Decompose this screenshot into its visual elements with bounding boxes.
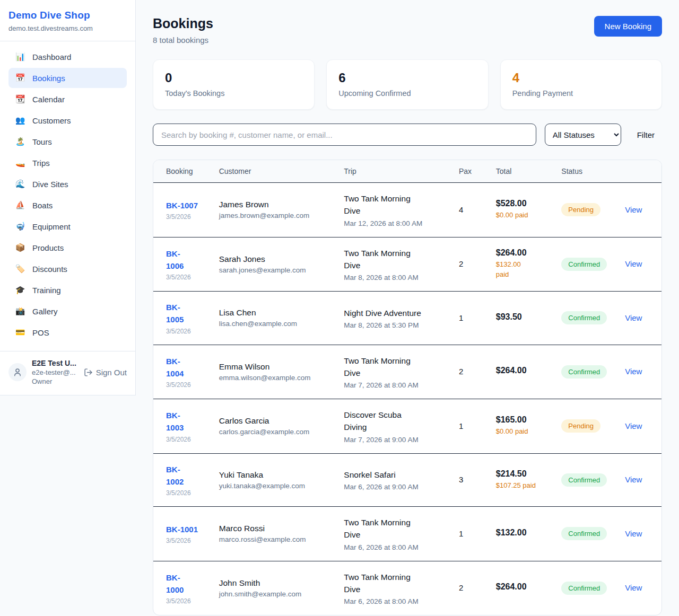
stat-value: 4	[512, 71, 650, 85]
user-info: E2E Test U... e2e-tester@... Owner	[32, 359, 79, 385]
wave-icon: 🌊	[15, 179, 25, 189]
sidebar-item-label: Boats	[32, 201, 53, 210]
sidebar-item-dive-sites[interactable]: 🌊 Dive Sites	[8, 174, 127, 194]
table-row: BK-1001 3/5/2026 Marco Rossi marco.rossi…	[153, 507, 661, 561]
calendar-icon: 📅	[15, 73, 25, 83]
stat-value: 6	[338, 71, 476, 85]
sidebar-item-tours[interactable]: 🏝️ Tours	[8, 131, 127, 152]
stat-card-upcoming-confirmed: 6 Upcoming Confirmed	[326, 59, 488, 110]
sidebar-item-discounts[interactable]: 🏷️ Discounts	[8, 259, 127, 279]
sidebar-item-training[interactable]: 🎓 Training	[8, 280, 127, 300]
total-amount: $165.00	[496, 415, 549, 425]
trip-datetime: Mar 8, 2026 at 8:00 AM	[344, 274, 446, 281]
booking-id-link[interactable]: BK- 1002	[166, 463, 184, 488]
view-link[interactable]: View	[625, 583, 642, 592]
page-subtitle: 8 total bookings	[153, 36, 213, 45]
status-badge: Confirmed	[561, 258, 607, 271]
paid-amount: $132.00 paid	[496, 260, 549, 280]
view-link[interactable]: View	[625, 313, 642, 322]
avatar	[8, 363, 27, 381]
booking-id-link[interactable]: BK-1007	[166, 199, 198, 212]
sidebar-item-label: Products	[32, 243, 64, 252]
sidebar-item-trips[interactable]: 🚤 Trips	[8, 153, 127, 173]
status-filter-select[interactable]: All Statuses	[545, 124, 621, 146]
tag-icon: 🏷️	[15, 264, 25, 274]
trip-name: Two Tank Morning Dive	[344, 247, 446, 272]
brand-name: Demo Dive Shop	[8, 10, 127, 21]
sidebar-item-label: Tours	[32, 137, 52, 146]
view-link[interactable]: View	[625, 259, 642, 268]
brand-block: Demo Dive Shop demo.test.divestreams.com	[0, 0, 135, 41]
status-badge: Confirmed	[561, 582, 607, 595]
dive-mask-icon: 🤿	[15, 222, 25, 231]
page-title: Bookings	[153, 16, 213, 31]
view-link[interactable]: View	[625, 529, 642, 538]
sidebar-item-equipment[interactable]: 🤿 Equipment	[8, 216, 127, 236]
sidebar: Demo Dive Shop demo.test.divestreams.com…	[0, 0, 136, 395]
total-amount: $264.00	[496, 582, 549, 592]
sidebar-item-dashboard[interactable]: 📊 Dashboard	[8, 47, 127, 67]
customer-name: Marco Rossi	[219, 524, 332, 533]
user-email: e2e-tester@...	[32, 368, 79, 376]
pax-count: 3	[459, 475, 463, 484]
trip-datetime: Mar 7, 2026 at 9:00 AM	[344, 436, 446, 444]
total-amount: $93.50	[496, 312, 549, 322]
booking-id-link[interactable]: BK- 1000	[166, 571, 184, 596]
status-badge: Confirmed	[561, 365, 607, 379]
customer-name: Emma Wilson	[219, 362, 332, 372]
sidebar-item-label: POS	[32, 328, 49, 337]
new-booking-button[interactable]: New Booking	[594, 16, 662, 37]
table-header-row: Booking Customer Trip Pax Total Status	[153, 160, 661, 183]
pax-count: 2	[459, 259, 463, 268]
booking-id-link[interactable]: BK- 1006	[166, 248, 184, 272]
stat-label: Pending Payment	[512, 89, 650, 98]
col-header-customer: Customer	[213, 160, 338, 183]
pax-count: 2	[459, 367, 463, 376]
sidebar-item-label: Trips	[32, 159, 50, 168]
paid-amount: $0.00 paid	[496, 210, 549, 221]
customer-name: Yuki Tanaka	[219, 470, 332, 480]
island-icon: 🏝️	[15, 137, 25, 146]
filter-button[interactable]: Filter	[630, 126, 662, 144]
view-link[interactable]: View	[625, 421, 642, 430]
sidebar-item-customers[interactable]: 👥 Customers	[8, 110, 127, 130]
view-link[interactable]: View	[625, 205, 642, 214]
people-icon: 👥	[15, 116, 25, 125]
trip-datetime: Mar 6, 2026 at 8:00 AM	[344, 597, 446, 605]
pax-count: 1	[459, 529, 463, 538]
sidebar-item-boats[interactable]: ⛵ Boats	[8, 195, 127, 215]
booking-date: 3/5/2026	[166, 537, 206, 544]
sidebar-item-label: Bookings	[32, 74, 65, 83]
booking-id-link[interactable]: BK-1001	[166, 523, 198, 535]
person-icon	[13, 367, 22, 377]
trip-datetime: Mar 7, 2026 at 8:00 AM	[344, 381, 446, 389]
customer-name: John Smith	[219, 578, 332, 588]
booking-id-link[interactable]: BK- 1003	[166, 409, 184, 434]
sidebar-item-gallery[interactable]: 📸 Gallery	[8, 301, 127, 321]
booking-id-link[interactable]: BK- 1004	[166, 355, 184, 380]
stat-value: 0	[165, 71, 302, 85]
view-link[interactable]: View	[625, 367, 642, 376]
sidebar-item-calendar[interactable]: 📆 Calendar	[8, 89, 127, 109]
sidebar-item-label: Dive Sites	[32, 180, 68, 189]
pax-count: 1	[459, 313, 463, 322]
table-row: BK- 1005 3/5/2026 Lisa Chen lisa.chen@ex…	[153, 292, 661, 345]
sidebar-item-bookings[interactable]: 📅 Bookings	[8, 68, 127, 88]
bookings-table: Booking Customer Trip Pax Total Status B…	[153, 160, 661, 615]
table-row: BK- 1004 3/5/2026 Emma Wilson emma.wilso…	[153, 345, 661, 399]
booking-id-link[interactable]: BK- 1005	[166, 301, 184, 326]
stat-card-todays-bookings: 0 Today's Bookings	[153, 59, 315, 110]
package-icon: 📦	[15, 243, 25, 252]
customer-name: Lisa Chen	[219, 308, 332, 318]
trip-name: Snorkel Safari	[344, 469, 446, 481]
page-title-block: Bookings 8 total bookings	[153, 16, 213, 45]
view-link[interactable]: View	[625, 475, 642, 484]
col-header-booking: Booking	[153, 160, 213, 183]
sign-out-button[interactable]: Sign Out	[84, 368, 127, 377]
sidebar-item-pos[interactable]: 💳 POS	[8, 322, 127, 342]
sidebar-item-products[interactable]: 📦 Products	[8, 237, 127, 258]
pax-count: 4	[459, 205, 463, 214]
search-input[interactable]	[153, 124, 536, 146]
pax-count: 2	[459, 583, 463, 592]
col-header-status: Status	[555, 160, 619, 183]
